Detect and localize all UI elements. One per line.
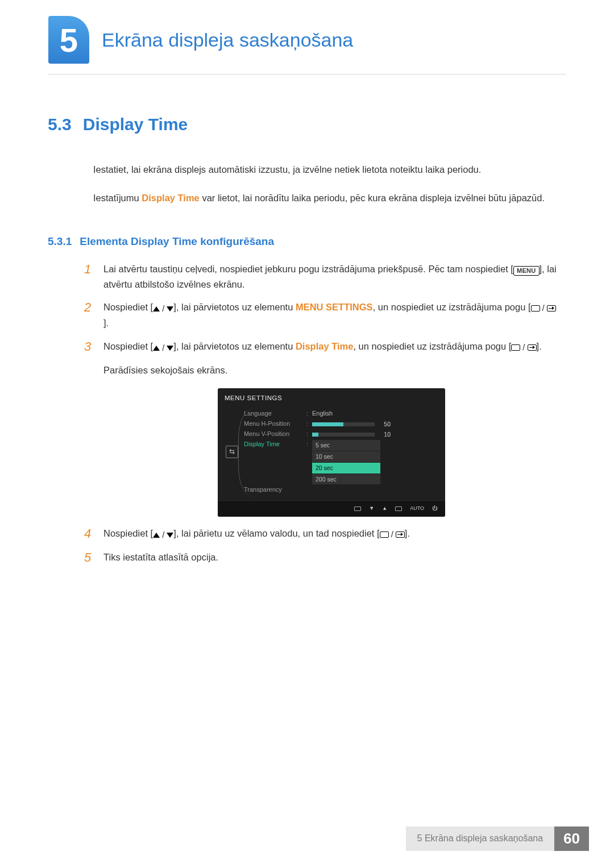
osd-panel: MENU SETTINGS ⇆ Language : English: [218, 388, 445, 517]
step-number-2: 2: [84, 300, 103, 331]
step-2-text-b: ], lai pārvietotos uz elementu: [173, 302, 296, 312]
osd-value-language: English: [312, 409, 438, 419]
menu-button-icon: MENU: [513, 266, 540, 276]
osd-value-hpos: 50: [378, 420, 391, 429]
up-down-arrows-icon: /: [153, 302, 173, 315]
osd-colon: :: [306, 419, 312, 429]
step-3-body: Nospiediet [/], lai pārvietotos uz eleme…: [103, 339, 559, 518]
source-enter-icon: /: [380, 528, 405, 541]
intro-paragraph-2: Iestatījumu Display Time var lietot, lai…: [93, 190, 559, 205]
osd-screenshot: MENU SETTINGS ⇆ Language : English: [103, 388, 559, 517]
osd-value-vpos: 10: [378, 430, 391, 439]
intro-paragraph-1: Iestatiet, lai ekrāna displejs automātis…: [93, 162, 559, 177]
step-3-text-e: Parādīsies sekojošais ekrāns.: [103, 363, 559, 377]
page-header: 5 Ekrāna displeja saskaņošana: [0, 0, 614, 64]
osd-label-language: Language: [244, 409, 306, 419]
intro-p2-highlight: Display Time: [142, 193, 200, 203]
osd-slider-hpos: [312, 422, 375, 426]
step-4: 4 Nospiediet [/], lai pārietu uz vēlamo …: [84, 526, 559, 542]
step-4-body: Nospiediet [/], lai pārietu uz vēlamo va…: [103, 526, 559, 542]
osd-label-transparency: Transparency: [244, 485, 306, 495]
section-title: 5.3Display Time: [48, 111, 559, 138]
osd-option-20sec-selected: 20 sec: [312, 462, 380, 474]
osd-row-display-time: Display Time : 5 sec 10 sec 20 sec 200 s…: [244, 439, 438, 484]
footer-chapter-label: 5 Ekrāna displeja saskaņošana: [406, 827, 554, 851]
osd-row-transparency: Transparency: [244, 484, 438, 495]
step-1: 1 Lai atvērtu taustiņu ceļvedi, nospiedi…: [84, 261, 559, 292]
osd-footer-power-icon: ⏻: [432, 504, 437, 512]
intro-p2-b: var lietot, lai norādītu laika periodu, …: [200, 193, 545, 203]
step-2-highlight: MENU SETTINGS: [296, 302, 373, 312]
osd-body: ⇆ Language : English Menu H-Position: [218, 409, 445, 500]
osd-options-list: 5 sec 10 sec 20 sec 200 sec: [312, 439, 380, 484]
step-2-text-c: , un nospiediet uz izstrādājuma pogu [: [373, 302, 531, 312]
source-enter-icon: /: [531, 301, 556, 315]
chapter-number-badge: 5: [48, 16, 89, 64]
step-1-text-a: Lai atvērtu taustiņu ceļvedi, nospiediet…: [103, 264, 513, 274]
osd-label-hpos: Menu H-Position: [244, 419, 306, 429]
footer-page-number: 60: [554, 827, 589, 851]
osd-option-5sec: 5 sec: [312, 439, 380, 451]
up-down-arrows-icon: /: [153, 341, 173, 355]
step-number-1: 1: [84, 261, 103, 292]
osd-option-200sec: 200 sec: [312, 474, 380, 485]
osd-colon: :: [306, 429, 312, 439]
osd-footer-up-icon: ▲: [382, 504, 387, 512]
step-number-3: 3: [84, 339, 103, 518]
subsection-number: 5.3.1: [48, 235, 72, 247]
step-1-body: Lai atvērtu taustiņu ceļvedi, nospiediet…: [103, 261, 559, 292]
content-area: 5.3Display Time Iestatiet, lai ekrāna di…: [0, 74, 614, 566]
osd-footer-enter-icon: [395, 506, 402, 511]
settings-icon: ⇆: [226, 446, 238, 458]
page-footer: 5 Ekrāna displeja saskaņošana 60: [406, 827, 589, 851]
osd-colon: :: [306, 439, 312, 450]
step-3-highlight: Display Time: [296, 341, 354, 351]
step-3-text-a: Nospiediet [: [103, 341, 153, 351]
step-2: 2 Nospiediet [/], lai pārvietotos uz ele…: [84, 300, 559, 331]
chapter-title: Ekrāna displeja saskaņošana: [102, 29, 353, 51]
step-4-text-a: Nospiediet [: [103, 528, 153, 538]
step-2-text-a: Nospiediet [: [103, 302, 153, 312]
osd-row-language: Language : English: [244, 409, 438, 419]
osd-title: MENU SETTINGS: [218, 388, 445, 409]
osd-row-vpos: Menu V-Position : 10: [244, 429, 438, 439]
osd-label-display-time: Display Time: [244, 439, 306, 450]
osd-footer-auto: AUTO: [410, 504, 424, 512]
step-4-text-b: ], lai pārietu uz vēlamo valodu, un tad …: [173, 528, 379, 538]
osd-footer-down-icon: ▼: [369, 504, 374, 512]
osd-side-icon-col: ⇆: [225, 409, 239, 495]
step-5-body: Tiks iestatīta atlasītā opcija.: [103, 550, 559, 566]
up-down-arrows-icon: /: [153, 528, 173, 542]
osd-footer-back-icon: [354, 506, 361, 511]
osd-option-10sec: 10 sec: [312, 451, 380, 462]
section-name: Display Time: [83, 115, 188, 134]
osd-colon: :: [306, 409, 312, 419]
osd-arc-decoration: [238, 409, 253, 497]
step-2-body: Nospiediet [/], lai pārvietotos uz eleme…: [103, 300, 559, 331]
step-number-4: 4: [84, 526, 103, 542]
osd-footer: ▼ ▲ AUTO ⏻: [218, 500, 445, 516]
step-3-text-c: , un nospiediet uz izstrādājuma pogu [: [353, 341, 511, 351]
osd-row-hpos: Menu H-Position : 50: [244, 419, 438, 429]
subsection-title: 5.3.1Elementa Display Time konfigurēšana: [48, 233, 559, 250]
source-enter-icon: /: [511, 340, 536, 354]
step-3-text-b: ], lai pārvietotos uz elementu: [173, 341, 296, 351]
osd-rows: Language : English Menu H-Position : 50: [244, 409, 438, 495]
step-2-text-d: ].: [103, 318, 109, 328]
step-number-5: 5: [84, 550, 103, 566]
osd-slider-vpos: [312, 433, 375, 437]
intro-p2-a: Iestatījumu: [93, 193, 142, 203]
steps-list: 1 Lai atvērtu taustiņu ceļvedi, nospiedi…: [84, 261, 559, 566]
step-3: 3 Nospiediet [/], lai pārvietotos uz ele…: [84, 339, 559, 518]
osd-label-vpos: Menu V-Position: [244, 429, 306, 439]
step-3-text-d: ].: [537, 341, 542, 351]
subsection-name: Elementa Display Time konfigurēšana: [80, 235, 274, 247]
section-number: 5.3: [48, 115, 72, 134]
step-5: 5 Tiks iestatīta atlasītā opcija.: [84, 550, 559, 566]
step-4-text-c: ].: [405, 528, 410, 538]
